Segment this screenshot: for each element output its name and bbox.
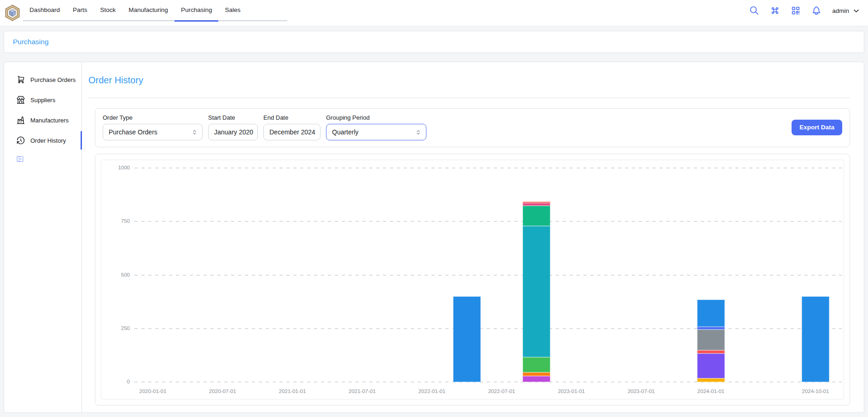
grouping-period-label: Grouping Period — [326, 114, 426, 121]
bell-icon[interactable] — [811, 6, 821, 16]
bar-segment-2024-01-01-red[interactable] — [697, 350, 725, 353]
history-icon — [16, 136, 25, 145]
chart-card: 025050075010002020-01-012020-07-012021-0… — [95, 154, 850, 405]
tab-parts[interactable]: Parts — [66, 0, 94, 22]
shopping-cart-icon — [16, 75, 25, 84]
tab-dashboard[interactable]: Dashboard — [23, 0, 66, 22]
x-tick-label: 2023-01-01 — [552, 388, 591, 394]
bar-segment-2024-01-01-gray[interactable] — [697, 330, 725, 350]
y-tick-label: 250 — [101, 325, 130, 331]
x-tick-label: 2023-07-01 — [622, 388, 660, 394]
breadcrumb-panel: Purchasing — [4, 31, 864, 53]
command-icon[interactable] — [770, 6, 780, 16]
content-area: Order History Order Type Purchase Orders… — [82, 62, 864, 412]
end-date-input[interactable]: December 2024 — [263, 124, 320, 140]
sidebar-item-order-history[interactable]: Order History — [4, 130, 82, 151]
sidebar-collapse-icon[interactable] — [16, 155, 24, 163]
y-tick-label: 750 — [101, 218, 130, 224]
order-type-field: Order Type Purchase Orders — [103, 114, 203, 140]
inventree-logo-icon[interactable] — [4, 4, 21, 22]
bar-segment-2022-10-01-orange[interactable] — [523, 372, 550, 376]
page-title: Order History — [88, 75, 850, 86]
bar-segment-2022-10-01-pink[interactable] — [523, 203, 550, 206]
breadcrumb-purchasing[interactable]: Purchasing — [13, 38, 49, 46]
tab-sales[interactable]: Sales — [218, 0, 247, 22]
bar-segment-2022-10-01-cyan[interactable] — [523, 226, 550, 357]
sidebar-item-label: Purchase Orders — [30, 76, 76, 83]
filter-card: Order Type Purchase Orders Start Date Ja… — [95, 108, 850, 147]
chevron-down-icon — [853, 7, 860, 14]
start-date-field: Start Date January 2020 — [208, 114, 258, 140]
y-tick-label: 500 — [101, 272, 130, 278]
grouping-period-field: Grouping Period Quarterly — [326, 114, 426, 140]
sidebar-item-purchase-orders[interactable]: Purchase Orders — [4, 70, 82, 90]
sidebar-item-label: Manufacturers — [30, 117, 69, 124]
y-tick-label: 1000 — [101, 165, 130, 170]
bar-segment-2022-10-01-grape[interactable] — [523, 376, 550, 382]
qrcode-scan-icon[interactable] — [791, 6, 801, 16]
user-name: admin — [832, 7, 849, 14]
end-date-label: End Date — [263, 114, 320, 121]
end-date-field: End Date December 2024 — [263, 114, 320, 140]
order-type-label: Order Type — [103, 114, 203, 121]
grouping-period-value: Quarterly — [332, 128, 359, 136]
sidebar-item-label: Suppliers — [30, 97, 55, 104]
order-type-value: Purchase Orders — [109, 128, 157, 136]
bar-segment-2022-10-01-green[interactable] — [523, 357, 550, 372]
tab-manufacturing[interactable]: Manufacturing — [122, 0, 175, 22]
x-tick-label: 2022-01-01 — [413, 388, 451, 394]
sidebar-item-label: Order History — [30, 137, 66, 144]
gridline-500 — [134, 275, 842, 276]
select-updown-icon — [191, 129, 198, 136]
bar-segment-2022-10-01-teal[interactable] — [523, 206, 550, 226]
tab-purchasing[interactable]: Purchasing — [175, 0, 219, 22]
select-updown-icon — [415, 129, 422, 136]
start-date-label: Start Date — [208, 114, 258, 121]
title-divider — [88, 98, 850, 98]
start-date-input[interactable]: January 2020 — [208, 124, 258, 140]
x-tick-label: 2021-01-01 — [273, 388, 312, 394]
x-tick-label: 2022-07-01 — [482, 388, 521, 394]
bar-segment-2022-10-01-red[interactable] — [523, 202, 550, 203]
order-type-select[interactable]: Purchase Orders — [103, 124, 203, 140]
sidebar: Purchase OrdersSuppliersManufacturersOrd… — [4, 62, 82, 412]
gridline-250 — [134, 328, 842, 329]
main-nav-tabs: DashboardPartsStockManufacturingPurchasi… — [23, 0, 287, 21]
gridline-0 — [134, 382, 842, 382]
x-tick-label: 2021-07-01 — [343, 388, 381, 394]
y-tick-label: 0 — [101, 379, 130, 384]
gridline-750 — [134, 221, 842, 222]
app-header: DashboardPartsStockManufacturingPurchasi… — [0, 0, 868, 26]
x-tick-label: 2024-01-01 — [692, 388, 730, 394]
x-tick-label: 2020-07-01 — [203, 388, 242, 394]
sidebar-item-manufacturers[interactable]: Manufacturers — [4, 110, 82, 130]
order-history-chart: 025050075010002020-01-012020-07-012021-0… — [101, 160, 844, 400]
tab-stock[interactable]: Stock — [94, 0, 122, 22]
grouping-period-select[interactable]: Quarterly — [326, 124, 426, 140]
user-menu[interactable]: admin — [832, 7, 860, 14]
header-actions: admin — [749, 0, 860, 21]
sidebar-item-suppliers[interactable]: Suppliers — [4, 90, 82, 110]
factory-icon — [16, 116, 25, 125]
x-tick-label: 2020-01-01 — [134, 388, 172, 394]
bar-segment-2024-01-01-blue[interactable] — [697, 300, 725, 327]
bar-segment-2024-01-01-yellow[interactable] — [697, 378, 725, 382]
export-data-button[interactable]: Export Data — [792, 120, 842, 135]
start-date-value: January 2020 — [214, 128, 253, 136]
bar-segment-2024-01-01-violet[interactable] — [697, 353, 725, 378]
gridline-1000 — [134, 168, 842, 168]
bar-segment-2024-01-01-indigo[interactable] — [697, 327, 725, 330]
main-panel: Purchase OrdersSuppliersManufacturersOrd… — [4, 62, 864, 413]
search-icon[interactable] — [749, 6, 759, 16]
bar-segment-2024-10-01-blue[interactable] — [802, 296, 829, 382]
end-date-value: December 2024 — [269, 128, 315, 136]
storefront-icon — [16, 95, 25, 104]
x-tick-label: 2024-10-01 — [796, 388, 835, 394]
bar-segment-2022-04-01-blue[interactable] — [453, 296, 481, 382]
